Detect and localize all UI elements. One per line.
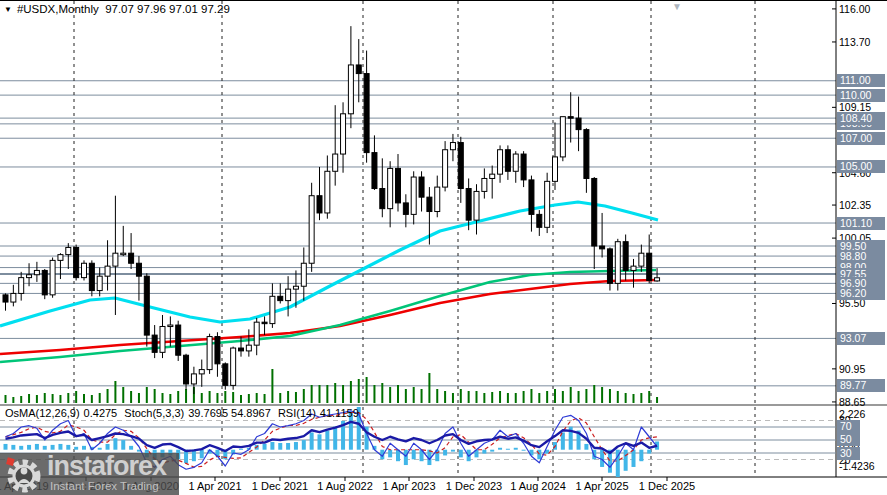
osma-bar	[74, 447, 78, 450]
price-level-badge: 98.80	[837, 250, 885, 263]
osma-bar	[121, 440, 125, 450]
osma-bar	[106, 444, 110, 450]
candle-body	[113, 253, 118, 266]
candle-body	[505, 150, 510, 172]
quote-high: 97.96	[137, 3, 166, 15]
indicator-level-badge: 50	[837, 433, 860, 446]
candle-body	[600, 246, 605, 249]
candle-body	[474, 191, 479, 220]
price-level-badge: 110.00	[837, 89, 885, 102]
candle-body	[529, 180, 534, 214]
time-tick-label: 1 Dec 2025	[639, 480, 695, 492]
candle-body	[207, 337, 212, 370]
osma-bar	[459, 450, 463, 458]
broker-watermark: instaforex Instant Forex Trading	[0, 453, 179, 495]
candle-body	[364, 74, 369, 153]
price-tick-label: 90.95	[839, 363, 865, 375]
price-tick-label: 102.35	[839, 199, 871, 211]
candle-body	[317, 196, 322, 213]
price-level-badge: 111.00	[837, 74, 885, 87]
candle-body	[254, 322, 259, 345]
candle-body	[435, 187, 440, 211]
osma-label: OsMA(12,26,9)	[5, 407, 80, 419]
osma-bar	[624, 450, 628, 471]
osma-bar	[537, 450, 541, 460]
quote-open: 97.07	[105, 3, 134, 15]
candle-body	[521, 154, 526, 180]
indicator-level-badge: 30	[837, 447, 860, 460]
mt4-chart-window: ▼#USDX,Monthly 97.07 97.96 97.01 97.29 ▼…	[0, 0, 887, 495]
candle-body	[74, 247, 79, 277]
osma-bar	[632, 450, 636, 467]
candle-body	[513, 154, 518, 171]
candle-body	[333, 154, 338, 171]
candle-body	[466, 189, 471, 221]
osma-bar	[310, 432, 314, 449]
candle-body	[482, 178, 487, 191]
candle-body	[262, 322, 267, 324]
candle-body	[129, 253, 134, 263]
candle-body	[458, 143, 463, 189]
candle-body	[184, 355, 189, 384]
candle-body	[50, 260, 55, 294]
candle-body	[403, 203, 408, 214]
candle-body	[309, 196, 314, 264]
candle-body	[270, 296, 275, 323]
candle-body	[396, 168, 401, 202]
osma-bar	[286, 443, 290, 450]
candle-body	[168, 325, 173, 327]
osma-bar	[404, 450, 408, 465]
osma-bar	[35, 444, 39, 450]
osma-bar	[443, 450, 447, 456]
candle-body	[450, 143, 455, 150]
candle-body	[176, 325, 181, 355]
candle-body	[372, 153, 377, 189]
rsi-line	[6, 422, 658, 453]
candle-body	[584, 130, 589, 179]
symbol-dropdown-icon[interactable]: ▼	[4, 5, 12, 14]
time-tick-label: 1 Aug 2024	[510, 480, 566, 492]
candle-body	[615, 242, 620, 284]
watermark-tagline-text: Instant Forex Trading	[50, 480, 159, 492]
candle-body	[27, 275, 32, 278]
osma-bar	[113, 438, 117, 450]
price-level-badge: 96.20	[837, 287, 885, 300]
osma-bar	[506, 449, 510, 450]
candle-body	[121, 253, 126, 255]
osma-bar	[388, 450, 392, 458]
candle-body	[11, 293, 16, 302]
rsi-value: 41.1159	[320, 407, 359, 419]
price-tick-label: 113.70	[839, 36, 870, 48]
osma-bar	[498, 448, 502, 450]
time-tick-label: 1 Dec 2023	[446, 480, 502, 492]
chart-area[interactable]	[0, 1, 887, 495]
quote-close: 97.29	[201, 3, 230, 15]
osma-bar	[482, 450, 486, 454]
osma-bar	[200, 450, 204, 459]
osma-bar	[263, 444, 267, 450]
osma-bar	[19, 446, 23, 450]
time-tick-label: 1 Apr 2021	[188, 480, 241, 492]
candle-body	[301, 263, 306, 286]
time-tick-label: 1 Apr 2023	[382, 480, 435, 492]
candle-body	[592, 178, 597, 246]
candle-body	[655, 278, 660, 281]
candle-body	[239, 348, 244, 351]
candle-body	[325, 171, 330, 213]
stoch-label: Stoch(5,3,3)	[124, 407, 184, 419]
price-level-badge: 108.40	[837, 112, 885, 125]
candle-body	[419, 177, 424, 197]
price-tick-label: 116.00	[839, 3, 870, 15]
osma-bar	[58, 444, 62, 450]
osma-bar	[11, 445, 15, 450]
candle-body	[223, 364, 228, 386]
osma-bar	[27, 445, 31, 450]
price-level-badge: 89.77	[837, 379, 885, 392]
candle-body	[498, 150, 503, 174]
candle-body	[545, 181, 550, 227]
indicator-labels-row: OsMA(12,26,9)0.4275 Stoch(5,3,3)39.7695 …	[5, 407, 363, 419]
osma-bar	[66, 445, 70, 450]
osma-bar	[325, 431, 329, 450]
symbol-period-label: #USDX,Monthly	[17, 3, 99, 15]
osma-bar	[647, 450, 651, 454]
